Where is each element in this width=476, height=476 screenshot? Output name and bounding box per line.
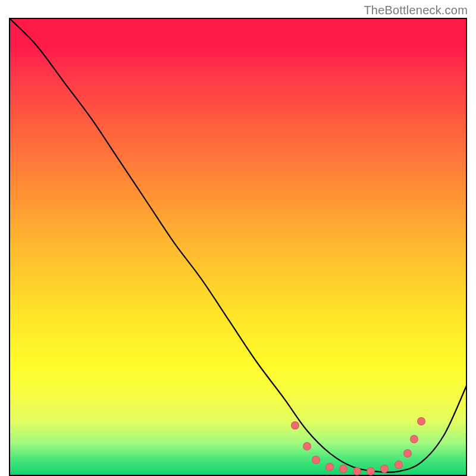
chart-background-gradient [10,19,466,475]
highlight-dot [410,435,418,443]
highlight-dot [339,465,347,473]
highlight-dot [353,467,361,475]
highlight-dot [325,463,334,471]
highlight-dot [312,456,320,464]
chart-frame [9,18,467,476]
highlight-dot [367,467,375,475]
watermark-text: TheBottleneck.com [364,4,468,17]
highlight-dot [403,449,412,458]
highlight-dot [394,461,403,469]
highlight-dot [303,442,311,450]
highlight-dot [291,421,299,430]
highlight-dot [417,417,425,425]
highlight-dot [380,465,389,473]
